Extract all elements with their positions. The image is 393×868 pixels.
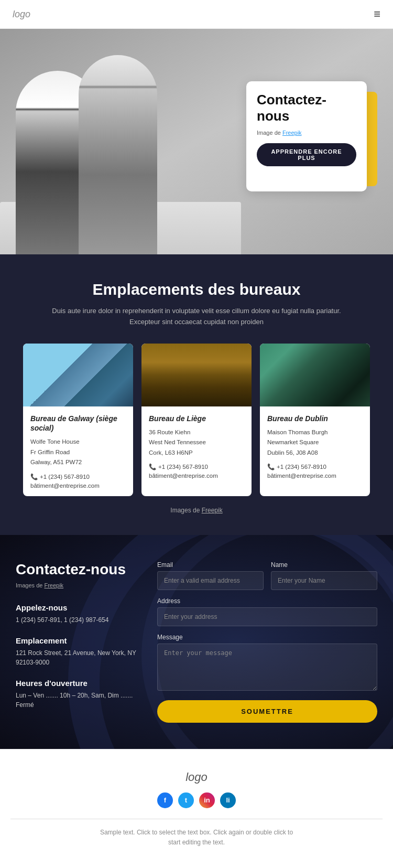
address-input[interactable] [157, 607, 377, 626]
offices-grid: Bureau de Galway (siège social) Wolfe To… [16, 344, 377, 496]
form-group-address: Address [157, 597, 377, 626]
office-phone-liege: 📞 +1 (234) 567-8910 [149, 463, 244, 470]
submit-button[interactable]: SOUMETTRE [157, 700, 377, 723]
offices-section: Emplacements des bureaux Duis aute irure… [0, 254, 393, 535]
location-label: Emplacement [16, 636, 141, 645]
office-phone-galway: 📞 +1 (234) 567-8910 [30, 473, 126, 480]
contact-title: Contactez-nous [16, 561, 141, 578]
offices-subtitle: Duis aute irure dolor in reprehenderit i… [50, 306, 343, 328]
message-label: Message [157, 634, 377, 641]
office-name-liege: Bureau de Liège [149, 414, 244, 423]
header: logo ≡ [0, 0, 393, 29]
office-address-liege: 36 Route Kiehn West Ned Tennessee Cork, … [149, 427, 244, 458]
hours-label: Heures d'ouverture [16, 679, 141, 688]
office-img-dublin [260, 344, 370, 406]
offices-freepik-link[interactable]: Freepik [202, 507, 223, 514]
hero-person-right [79, 55, 157, 254]
contact-info: Contactez-nous Images de Freepik Appelez… [16, 561, 141, 723]
office-phone-dublin: 📞 +1 (234) 567-8910 [267, 463, 363, 470]
office-email-dublin: bâtiment@entreprise.com [267, 473, 363, 479]
social-icons: f t in li [10, 792, 383, 808]
office-email-galway: bâtiment@entreprise.com [30, 483, 126, 489]
hero-section: Contactez- nous Image de Freepik APPREND… [0, 29, 393, 254]
phone-icon: 📞 [149, 463, 156, 470]
form-group-email: Email [157, 561, 264, 590]
footer-note: Sample text. Click to select the text bo… [10, 828, 383, 848]
office-card-dublin-body: Bureau de Dublin Maison Thomas Burgh New… [260, 406, 370, 487]
footer-logo: logo [10, 770, 383, 784]
office-card-galway-body: Bureau de Galway (siège social) Wolfe To… [23, 406, 133, 496]
hero-freepik-link[interactable]: Freepik [282, 130, 302, 136]
contact-img-credit: Images de Freepik [16, 582, 141, 588]
contact-hours: Heures d'ouverture Lun – Ven ....... 10h… [16, 679, 141, 710]
hours-value: Lun – Ven ....... 10h – 20h, Sam, Dim ..… [16, 691, 141, 710]
hero-card-title: Contactez- nous [257, 92, 356, 124]
call-us-label: Appelez-nous [16, 603, 141, 612]
hero-image-credit: Image de Freepik [257, 130, 356, 136]
footer-divider [10, 819, 383, 819]
twitter-icon[interactable]: t [178, 792, 194, 808]
office-card-dublin: Bureau de Dublin Maison Thomas Burgh New… [260, 344, 370, 496]
form-group-message: Message [157, 634, 377, 691]
office-card-liege-body: Bureau de Liège 36 Route Kiehn West Ned … [141, 406, 252, 487]
office-card-galway: Bureau de Galway (siège social) Wolfe To… [23, 344, 133, 496]
location-value: 121 Rock Street, 21 Avenue, New York, NY… [16, 648, 141, 667]
contact-call-us: Appelez-nous 1 (234) 567-891, 1 (234) 98… [16, 603, 141, 625]
contact-section: Contactez-nous Images de Freepik Appelez… [0, 535, 393, 749]
call-us-value: 1 (234) 567-891, 1 (234) 987-654 [16, 615, 141, 625]
contact-form: Email Name Address Message SOUMETTRE [157, 561, 377, 723]
message-textarea[interactable] [157, 644, 377, 691]
hamburger-menu[interactable]: ≡ [374, 7, 380, 21]
contact-location: Emplacement 121 Rock Street, 21 Avenue, … [16, 636, 141, 667]
footer: logo f t in li Sample text. Click to sel… [0, 749, 393, 858]
offices-images-credit: Images de Freepik [16, 507, 377, 514]
form-row-email-name: Email Name [157, 561, 377, 590]
facebook-icon[interactable]: f [157, 792, 173, 808]
phone-icon: 📞 [30, 473, 38, 480]
linkedin-icon[interactable]: li [220, 792, 236, 808]
hero-card: Contactez- nous Image de Freepik APPREND… [246, 81, 367, 191]
office-address-galway: Wolfe Tone House Fr Griffin Road Galway,… [30, 437, 126, 468]
name-label: Name [271, 561, 377, 569]
contact-freepik-link[interactable]: Freepik [44, 582, 63, 588]
form-row-address: Address [157, 597, 377, 626]
office-card-liege: Bureau de Liège 36 Route Kiehn West Ned … [141, 344, 252, 496]
form-row-message: Message [157, 634, 377, 691]
phone-icon: 📞 [267, 463, 275, 470]
office-address-dublin: Maison Thomas Burgh Newmarket Square Dub… [267, 427, 363, 458]
office-img-liege [141, 344, 252, 406]
office-name-galway: Bureau de Galway (siège social) [30, 414, 126, 433]
name-input[interactable] [271, 571, 377, 590]
form-group-name: Name [271, 561, 377, 590]
email-label: Email [157, 561, 264, 569]
instagram-icon[interactable]: in [199, 792, 215, 808]
office-name-dublin: Bureau de Dublin [267, 414, 363, 423]
office-img-galway [23, 344, 133, 406]
hero-learn-more-button[interactable]: APPRENDRE ENCORE PLUS [257, 143, 356, 166]
address-label: Address [157, 597, 377, 605]
header-logo: logo [13, 9, 30, 20]
offices-title: Emplacements des bureaux [16, 281, 377, 298]
email-input[interactable] [157, 571, 264, 590]
office-email-liege: bâtiment@entreprise.com [149, 473, 244, 479]
